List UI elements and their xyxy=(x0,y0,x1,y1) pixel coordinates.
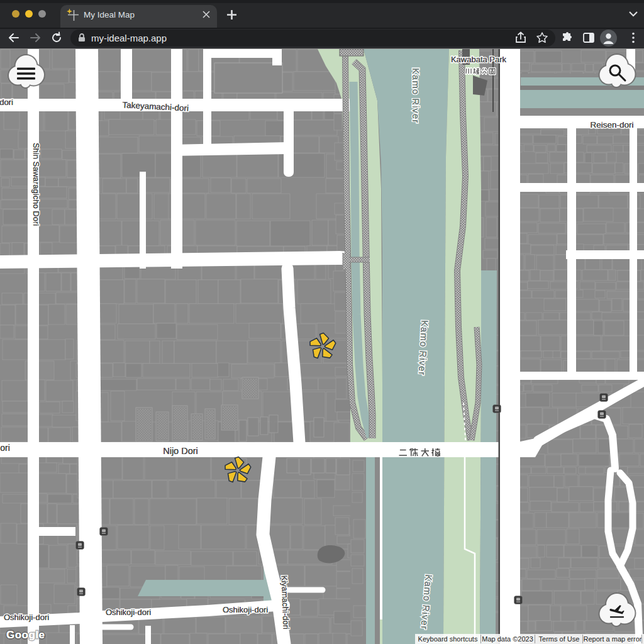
svg-text:Reisen-dori: Reisen-dori xyxy=(590,120,633,130)
svg-text:Map data ©2023: Map data ©2023 xyxy=(482,635,533,643)
svg-text:Oshikoji-dori: Oshikoji-dori xyxy=(4,613,49,622)
svg-text:Google: Google xyxy=(6,629,45,641)
svg-text:Keyboard shortcuts: Keyboard shortcuts xyxy=(418,635,478,643)
svg-text:ori: ori xyxy=(0,443,10,453)
svg-text:Oshikoji-dori: Oshikoji-dori xyxy=(106,608,151,617)
svg-text:Terms of Use: Terms of Use xyxy=(539,635,580,643)
svg-text:Nijo Dori: Nijo Dori xyxy=(163,446,198,456)
svg-text:Kawabata Park: Kawabata Park xyxy=(451,55,507,64)
svg-text:Shin Sawaragicho Dori: Shin Sawaragicho Dori xyxy=(31,143,41,226)
svg-text:Oshikoji-dori: Oshikoji-dori xyxy=(223,605,268,614)
svg-text:Report a map error: Report a map error xyxy=(584,635,642,643)
svg-text:dori: dori xyxy=(0,97,13,107)
svg-text:Kamo River: Kamo River xyxy=(411,68,421,123)
svg-text:Kiyamachi-dori: Kiyamachi-dori xyxy=(280,575,291,630)
